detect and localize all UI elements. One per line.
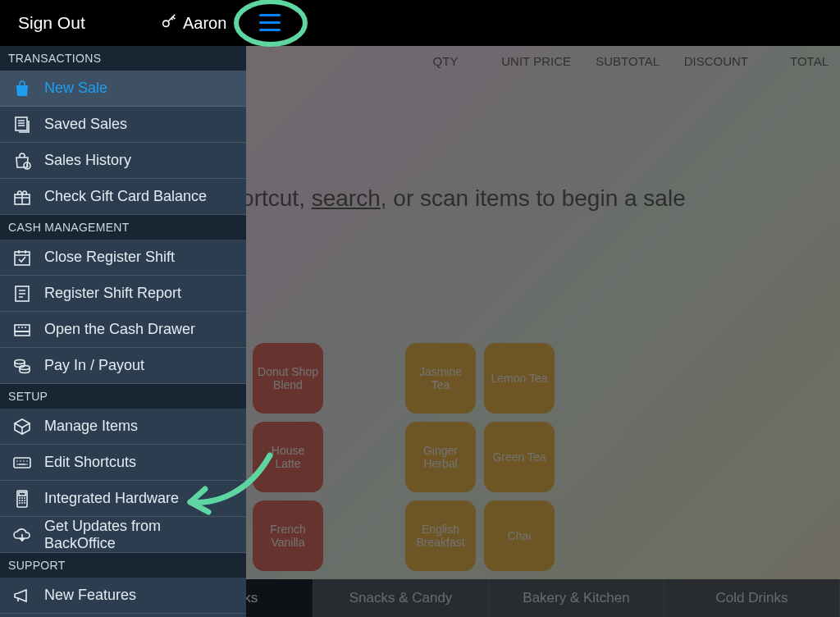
svg-rect-12 (16, 117, 27, 130)
nav-sales-history[interactable]: Sales History (0, 143, 246, 179)
gift-icon (11, 187, 33, 207)
bag-clock-icon (11, 151, 33, 171)
svg-rect-21 (14, 458, 30, 468)
section-transactions: TRANSACTIONS (0, 46, 246, 71)
current-user[interactable]: Aaron (160, 0, 226, 46)
nav-pay-in-out[interactable]: Pay In / Payout (0, 348, 246, 384)
nav-label: Edit Shortcuts (44, 454, 235, 471)
svg-rect-18 (15, 331, 30, 336)
nav-label: Saved Sales (44, 116, 235, 133)
svg-point-19 (15, 359, 25, 363)
sign-out-button[interactable]: Sign Out (0, 13, 103, 33)
nav-shift-report[interactable]: Register Shift Report (0, 276, 246, 312)
nav-label: Open the Cash Drawer (44, 321, 235, 338)
keyboard-icon (11, 453, 33, 473)
nav-label: New Features (44, 587, 235, 604)
svg-rect-17 (15, 325, 30, 331)
nav-label: Get Updates from BackOffice (44, 518, 235, 552)
calculator-icon (11, 489, 33, 509)
shopping-bag-icon (11, 79, 33, 98)
nav-label: Sales History (44, 152, 235, 169)
calendar-check-icon (11, 248, 33, 267)
nav-label: Close Register Shift (44, 249, 235, 266)
nav-close-shift[interactable]: Close Register Shift (0, 240, 246, 276)
nav-integrated-hardware[interactable]: Integrated Hardware (0, 481, 246, 517)
nav-label: Register Shift Report (44, 285, 235, 302)
nav-new-sale[interactable]: New Sale (0, 71, 246, 107)
box-icon (11, 417, 33, 436)
megaphone-icon (11, 586, 33, 606)
svg-point-0 (163, 21, 169, 26)
section-setup: SETUP (0, 384, 246, 409)
nav-get-updates[interactable]: Get Updates from BackOffice (0, 517, 246, 553)
section-cash: CASH MANAGEMENT (0, 215, 246, 240)
nav-open-drawer[interactable]: Open the Cash Drawer (0, 312, 246, 348)
main-menu-sidebar: TRANSACTIONS New Sale Saved Sales Sales … (0, 46, 246, 617)
nav-saved-sales[interactable]: Saved Sales (0, 107, 246, 143)
section-support: SUPPORT (0, 553, 246, 578)
nav-edit-shortcuts[interactable]: Edit Shortcuts (0, 445, 246, 481)
cloud-download-icon (11, 525, 33, 545)
key-icon (160, 12, 178, 34)
nav-label: Integrated Hardware (44, 490, 235, 507)
nav-label: Pay In / Payout (44, 357, 235, 374)
cash-drawer-icon (11, 320, 33, 340)
stacked-docs-icon (11, 115, 33, 135)
nav-gift-card[interactable]: Check Gift Card Balance (0, 179, 246, 215)
nav-label: Manage Items (44, 418, 235, 435)
username-label: Aaron (183, 14, 226, 33)
nav-new-features[interactable]: New Features (0, 578, 246, 614)
nav-manage-items[interactable]: Manage Items (0, 409, 246, 445)
coins-icon (11, 356, 33, 376)
svg-rect-15 (15, 252, 30, 265)
report-icon (11, 284, 33, 304)
menu-toggle-button[interactable] (259, 11, 281, 33)
nav-label: New Sale (44, 80, 235, 97)
nav-label: Check Gift Card Balance (44, 188, 235, 205)
svg-rect-23 (19, 492, 25, 496)
